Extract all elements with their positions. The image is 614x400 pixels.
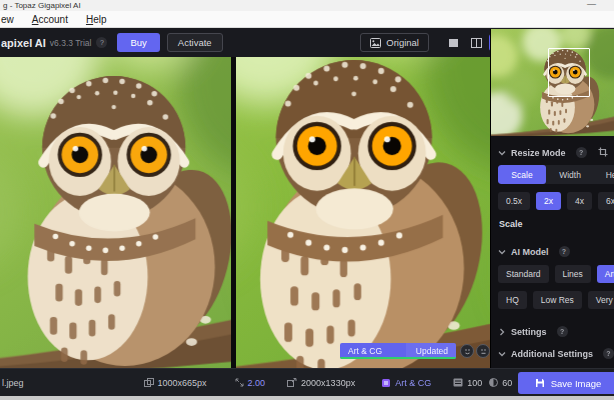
chevron-down-icon <box>498 350 506 358</box>
menu-item-view[interactable]: ew <box>0 14 23 25</box>
chevron-right-icon <box>498 328 506 336</box>
ai-model-row-1: Standard Lines Art & CG <box>498 265 614 283</box>
buy-button[interactable]: Buy <box>117 33 159 52</box>
input-size: 1000x665px <box>144 378 207 388</box>
ai-model-row-2: HQ Low Res Very Compressed <box>498 291 614 309</box>
filename-label: l.jpeg <box>2 378 24 388</box>
scale-2x-button[interactable]: 2x <box>536 192 561 210</box>
sad-face-icon <box>479 347 488 356</box>
model-lines-button[interactable]: Lines <box>555 265 591 283</box>
tab-scale[interactable]: Scale <box>498 165 546 184</box>
suppress-noise: 100 <box>453 378 482 388</box>
settings-header[interactable]: Settings ? <box>491 326 614 337</box>
model-very-compressed-button[interactable]: Very Compressed <box>588 291 614 309</box>
menu-item-account[interactable]: Account <box>23 14 77 25</box>
save-icon <box>535 378 545 388</box>
resize-mode-header[interactable]: Resize Mode ? <box>491 147 614 158</box>
image-icon <box>370 38 381 48</box>
chevron-down-icon <box>498 248 506 256</box>
app-name: apixel AI <box>1 37 46 49</box>
scale-0.5x-button[interactable]: 0.5x <box>498 192 530 210</box>
additional-settings-header[interactable]: Additional Settings ? <box>491 348 614 359</box>
single-view-icon <box>448 38 459 48</box>
desktop-edge <box>0 396 614 400</box>
ai-model-header[interactable]: AI Model ? <box>491 246 614 257</box>
image-pane-processed[interactable] <box>236 57 490 368</box>
blur-icon <box>489 378 498 387</box>
scale-factor: 2.00 <box>235 378 266 388</box>
owl-photo-original <box>0 57 231 368</box>
minimize-icon[interactable]: — <box>587 0 596 10</box>
scale-value-label: Scale <box>499 219 614 229</box>
progress-bar <box>340 357 456 359</box>
unsatisfied-face-button[interactable] <box>476 344 490 358</box>
processing-model-label: Art & CG <box>340 346 406 356</box>
ai-model-help-icon[interactable]: ? <box>559 246 570 257</box>
view-region-box[interactable] <box>548 48 590 97</box>
split-view-button[interactable] <box>466 34 486 51</box>
model-art-cg-button[interactable]: Art & CG <box>597 265 614 283</box>
additional-settings-help-icon[interactable]: ? <box>603 348 614 359</box>
status-bar: l.jpeg 1000x665px 2.00 2000x1330px Art &… <box>0 368 614 396</box>
trial-help-icon[interactable]: ? <box>96 37 107 48</box>
model-low-res-button[interactable]: Low Res <box>533 291 582 309</box>
processing-status-pill: Art & CG Updated <box>340 343 456 359</box>
model-hq-button[interactable]: HQ <box>498 291 527 309</box>
settings-help-icon[interactable]: ? <box>557 326 568 337</box>
satisfied-face-button[interactable] <box>460 344 474 358</box>
chevron-down-icon <box>498 149 506 157</box>
single-view-button[interactable] <box>443 34 463 51</box>
noise-icon <box>453 378 463 387</box>
crop-icon[interactable] <box>598 147 608 157</box>
tab-width[interactable]: Width <box>546 165 594 184</box>
app-version: v6.3.3 Trial <box>50 38 92 48</box>
settings-panel: Resize Mode ? Scale Width Height 0.5x 2x… <box>490 29 614 368</box>
menu-bar: ew Account Help <box>0 11 614 28</box>
split-view-icon <box>471 38 482 48</box>
output-size: 2000x1330px <box>287 378 355 388</box>
owl-photo-processed <box>236 57 490 368</box>
window-titlebar: g - Topaz Gigapixel AI — <box>0 0 614 11</box>
image-canvas: Art & CG Updated <box>0 57 490 368</box>
ai-model-icon <box>381 378 391 388</box>
model-standard-button[interactable]: Standard <box>498 265 549 283</box>
happy-face-icon <box>463 347 472 356</box>
tab-height[interactable]: Height <box>594 165 614 184</box>
window-title: g - Topaz Gigapixel AI <box>3 1 81 10</box>
show-original-button[interactable]: Original <box>360 33 429 52</box>
image-pane-original[interactable] <box>0 57 231 368</box>
resize-help-icon[interactable]: ? <box>576 147 587 158</box>
active-model: Art & CG <box>381 378 431 388</box>
save-image-button[interactable]: Save Image <box>518 372 614 394</box>
scale-6x-button[interactable]: 6x <box>598 192 614 210</box>
output-size-icon <box>287 378 297 387</box>
remove-blur: 60 <box>489 378 512 388</box>
menu-item-help[interactable]: Help <box>77 14 116 25</box>
scale-presets: 0.5x 2x 4x 6x <box>498 192 614 210</box>
resize-mode-tabs: Scale Width Height <box>498 165 614 184</box>
navigation-thumbnail[interactable] <box>491 29 614 136</box>
input-size-icon <box>144 378 154 387</box>
scale-4x-button[interactable]: 4x <box>567 192 592 210</box>
scale-icon <box>235 378 244 387</box>
activate-button[interactable]: Activate <box>167 33 223 52</box>
